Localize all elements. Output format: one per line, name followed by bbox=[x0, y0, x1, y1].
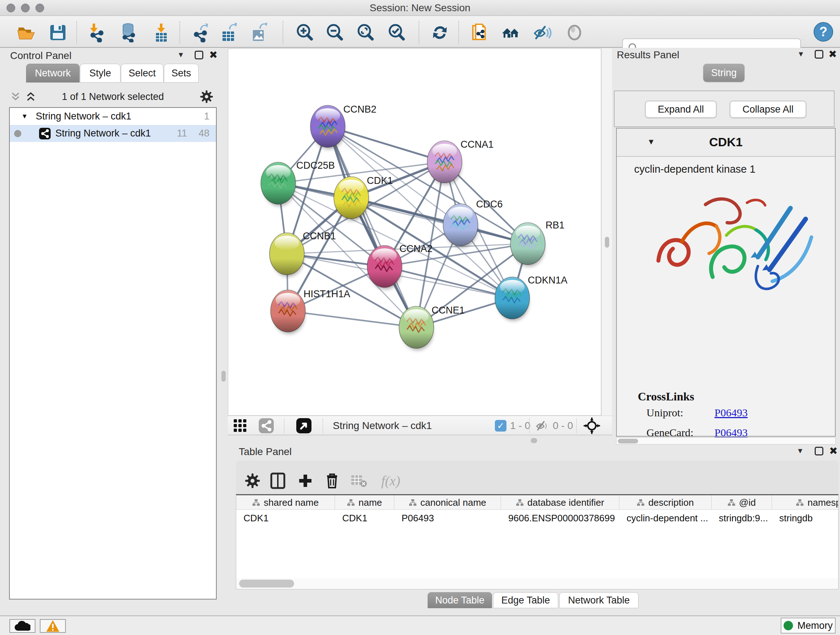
column-header-description[interactable]: description bbox=[619, 495, 712, 510]
import-network-file-button[interactable] bbox=[87, 22, 107, 43]
horizontal-splitter-handle[interactable] bbox=[531, 438, 537, 443]
tab-network-table[interactable]: Network Table bbox=[559, 592, 638, 608]
table-panel-close-button[interactable]: ✖ bbox=[829, 447, 837, 455]
selected-nodes-indicator[interactable]: ✓ 1 - 0 bbox=[495, 418, 531, 434]
tab-string[interactable]: String bbox=[703, 64, 745, 82]
network-node-CCNB2[interactable]: CCNB2 bbox=[310, 104, 377, 149]
results-panel-menu-caret[interactable]: ▼ bbox=[797, 50, 805, 58]
table-panel-menu-caret[interactable]: ▼ bbox=[797, 447, 804, 455]
export-table-button[interactable] bbox=[219, 22, 240, 43]
tab-style[interactable]: Style bbox=[80, 64, 120, 82]
network-node-HIST1H1A[interactable]: HIST1H1A bbox=[271, 288, 350, 334]
control-panel-title: Control Panel bbox=[10, 50, 72, 62]
table-row[interactable]: CDK1CDK1P064939606.ENSP00000378699cyclin… bbox=[236, 510, 838, 526]
column-tree-icon bbox=[796, 499, 804, 506]
results-scroll-strip[interactable] bbox=[616, 437, 836, 445]
export-network-button[interactable] bbox=[191, 22, 211, 43]
birdseye-toggle-button[interactable] bbox=[296, 418, 312, 434]
results-scroll-thumb[interactable] bbox=[618, 439, 638, 443]
delete-column-button[interactable] bbox=[322, 470, 342, 491]
control-panel-float-button[interactable] bbox=[195, 51, 203, 59]
results-panel-float-button[interactable] bbox=[815, 50, 823, 59]
table-panel-float-button[interactable] bbox=[815, 447, 823, 455]
table-hscroll-thumb[interactable] bbox=[239, 580, 294, 587]
table-settings-button[interactable] bbox=[242, 470, 263, 491]
column-header-canonical-name[interactable]: canonical name bbox=[394, 495, 501, 510]
column-header-namespace[interactable]: namespace bbox=[772, 495, 838, 510]
column-header-database-identifier[interactable]: database identifier bbox=[501, 495, 619, 510]
grid-view-button[interactable] bbox=[233, 418, 248, 434]
tab-select[interactable]: Select bbox=[121, 64, 164, 82]
tree-expand-caret[interactable]: ▼ bbox=[21, 112, 28, 120]
status-separator bbox=[284, 418, 284, 433]
network-node-CDKN1A[interactable]: CDKN1A bbox=[495, 275, 568, 321]
node-label-CDC6: CDC6 bbox=[476, 199, 503, 210]
zoom-fit-button[interactable] bbox=[355, 22, 376, 43]
control-panel-close-button[interactable]: ✖ bbox=[209, 51, 218, 59]
column-header-label: shared name bbox=[264, 497, 319, 508]
table-cell[interactable]: CDK1 bbox=[236, 510, 335, 526]
gene-header[interactable]: ▼ CDK1 bbox=[617, 128, 835, 157]
hide-selected-button[interactable] bbox=[532, 22, 552, 43]
crosslink-label: GeneCard: bbox=[646, 426, 693, 439]
fit-content-button[interactable] bbox=[584, 418, 600, 434]
table-cell[interactable]: cyclin-dependent ... bbox=[619, 510, 712, 526]
table-cell[interactable]: 9606.ENSP00000378699 bbox=[501, 510, 619, 526]
import-table-file-button[interactable] bbox=[151, 22, 172, 43]
first-neighbors-button[interactable] bbox=[501, 22, 521, 43]
splitter-handle[interactable] bbox=[605, 237, 609, 248]
network-node-RB1[interactable]: RB1 bbox=[510, 220, 565, 267]
panel-splitter-handle[interactable] bbox=[221, 371, 226, 382]
zoom-selected-button[interactable] bbox=[386, 22, 407, 43]
export-image-button[interactable] bbox=[249, 22, 269, 43]
network-collection-row[interactable]: ▼ String Network – cdk1 1 bbox=[10, 108, 216, 125]
zoom-in-button[interactable] bbox=[294, 22, 315, 43]
add-column-button[interactable] bbox=[295, 470, 316, 491]
collapse-all-button[interactable]: Collapse All bbox=[729, 101, 806, 118]
column-header-label: canonical name bbox=[420, 497, 486, 508]
network-node-CCNA2[interactable]: CCNA2 bbox=[367, 243, 433, 290]
results-panel-close-button[interactable]: ✖ bbox=[829, 50, 837, 59]
table-cell[interactable]: stringdb:9... bbox=[712, 510, 772, 526]
refresh-view-button[interactable] bbox=[430, 22, 450, 43]
expand-all-button[interactable]: Expand All bbox=[645, 101, 717, 118]
network-row[interactable]: String Network – cdk1 11 48 bbox=[10, 125, 216, 142]
network-edge[interactable] bbox=[288, 311, 416, 327]
zoom-out-button[interactable] bbox=[325, 22, 345, 43]
warnings-button[interactable] bbox=[40, 619, 66, 633]
cloud-status-button[interactable] bbox=[9, 619, 35, 633]
hidden-eye-icon bbox=[535, 418, 549, 433]
duplicate-network-button[interactable] bbox=[470, 22, 490, 43]
column-header-shared-name[interactable]: shared name bbox=[236, 495, 335, 510]
network-node-CCNB1[interactable]: CCNB1 bbox=[270, 231, 336, 277]
memory-button[interactable]: Memory bbox=[781, 618, 836, 633]
canvas-results-splitter[interactable] bbox=[601, 49, 612, 416]
column-header-name[interactable]: name bbox=[335, 495, 394, 510]
show-all-button[interactable] bbox=[564, 22, 584, 43]
network-node-CCNE1[interactable]: CCNE1 bbox=[399, 305, 465, 350]
table-cell[interactable]: stringdb bbox=[772, 510, 838, 526]
table-cell[interactable]: P06493 bbox=[394, 510, 501, 526]
tab-node-table[interactable]: Node Table bbox=[428, 592, 492, 608]
control-panel-menu-caret[interactable]: ▼ bbox=[177, 51, 185, 59]
hidden-nodes-indicator[interactable]: 0 - 0 bbox=[535, 418, 573, 434]
network-edge[interactable] bbox=[328, 126, 445, 162]
tab-network[interactable]: Network bbox=[26, 64, 80, 82]
tab-sets[interactable]: Sets bbox=[164, 64, 199, 82]
show-columns-button[interactable] bbox=[268, 470, 288, 491]
gear-icon[interactable] bbox=[200, 90, 213, 103]
tab-edge-table[interactable]: Edge Table bbox=[493, 592, 558, 608]
network-node-CDK1[interactable]: CDK1 bbox=[334, 175, 393, 221]
open-session-button[interactable] bbox=[16, 22, 36, 43]
network-canvas[interactable]: CCNB2CCNA1CDC25BCDK1CDC6RB1CCNB1CCNA2HIS… bbox=[228, 49, 601, 416]
table-hscrollbar[interactable] bbox=[236, 578, 838, 589]
import-network-database-button[interactable] bbox=[118, 22, 138, 43]
string-view-button[interactable] bbox=[258, 418, 274, 434]
table-cell[interactable]: CDK1 bbox=[335, 510, 394, 526]
save-session-button[interactable] bbox=[48, 22, 68, 43]
crosslink-link[interactable]: P06493 bbox=[714, 407, 748, 419]
crosslink-link[interactable]: P06493 bbox=[714, 426, 748, 439]
help-button[interactable]: ? bbox=[813, 22, 834, 42]
fx-icon: f(x) bbox=[381, 473, 401, 489]
column-header--id[interactable]: @id bbox=[712, 495, 772, 510]
